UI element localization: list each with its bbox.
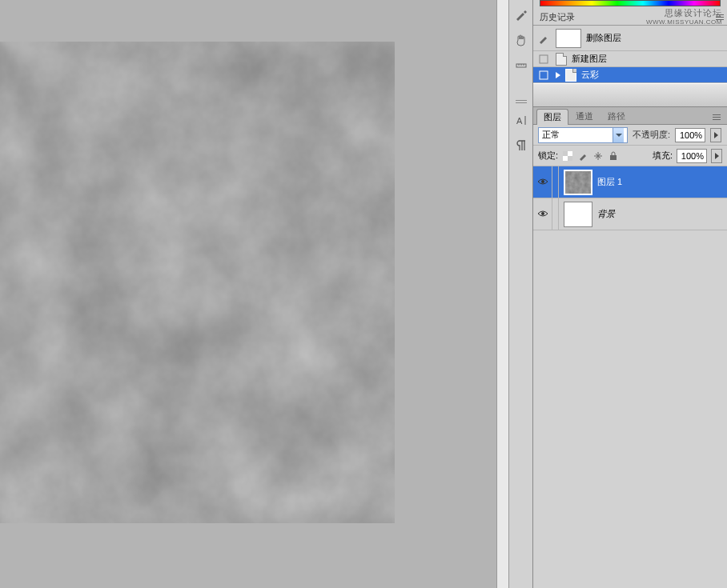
svg-rect-9	[563, 151, 568, 156]
tab-layers[interactable]: 图层	[536, 109, 568, 125]
panel-drag-handle[interactable]	[510, 98, 532, 106]
layer-row-layer1[interactable]: 图层 1	[533, 166, 727, 198]
paragraph-panel-icon[interactable]	[510, 134, 532, 157]
lock-paint-icon[interactable]	[577, 150, 588, 162]
panel-tool-strip: A	[509, 0, 533, 588]
color-spectrum-strip[interactable]	[540, 0, 721, 6]
fill-field[interactable]: 100%	[677, 149, 707, 163]
link-column[interactable]	[552, 166, 559, 198]
history-item-clouds[interactable]: 云彩	[533, 67, 727, 83]
opacity-flyout-icon[interactable]	[710, 128, 721, 142]
right-panels: 思缘设计论坛 WWW.MISSYUAN.COM 历史记录 删除图层 新建图层 云…	[533, 0, 727, 588]
svg-point-14	[541, 180, 544, 183]
document-icon	[565, 69, 576, 82]
history-item-label: 新建图层	[572, 53, 607, 65]
fill-label: 填充:	[653, 150, 673, 162]
eye-icon	[537, 210, 548, 219]
svg-rect-13	[610, 155, 617, 160]
lock-all-icon[interactable]	[608, 150, 619, 162]
svg-rect-15	[565, 170, 591, 193]
triangle-right-icon	[556, 72, 560, 78]
panel-divider[interactable]	[533, 83, 727, 107]
canvas-area	[0, 0, 496, 588]
lock-fill-row: 锁定: 填充: 100%	[533, 146, 727, 166]
tab-channels[interactable]: 通道	[568, 108, 600, 124]
blend-mode-select[interactable]: 正常	[538, 127, 628, 143]
fill-flyout-icon[interactable]	[711, 149, 722, 163]
layer-thumbnail[interactable]	[564, 202, 592, 227]
svg-rect-0	[0, 42, 395, 523]
canvas-clouds-image[interactable]	[0, 42, 395, 523]
history-item-label: 删除图层	[586, 32, 621, 44]
lock-position-icon[interactable]	[592, 150, 604, 162]
opacity-field[interactable]: 100%	[675, 128, 705, 142]
chevron-down-icon	[613, 128, 624, 142]
panel-menu-icon[interactable]	[709, 110, 724, 124]
svg-rect-10	[568, 156, 572, 161]
measure-tool-icon[interactable]	[510, 54, 532, 77]
hand-tool-icon[interactable]	[510, 29, 532, 51]
layer-row-background[interactable]: 背景	[533, 198, 727, 230]
history-item-delete-layer[interactable]: 删除图层	[533, 26, 727, 51]
lock-transparency-icon[interactable]	[562, 150, 573, 162]
watermark-url: WWW.MISSYUAN.COM	[646, 18, 722, 27]
canvas-scrollbar-vertical[interactable]	[496, 0, 509, 588]
svg-text:A: A	[516, 116, 523, 126]
layers-tabs: 图层 通道 路径	[533, 107, 727, 125]
link-column[interactable]	[552, 198, 559, 230]
checkbox-empty-icon	[536, 68, 551, 82]
checkbox-empty-icon	[536, 52, 551, 66]
layer-name[interactable]: 背景	[597, 208, 727, 220]
blend-opacity-row: 正常 不透明度: 100%	[533, 125, 727, 146]
watermark-title: 思缘设计论坛	[646, 8, 722, 18]
brush-icon	[536, 31, 551, 46]
layers-panel: 图层 通道 路径 正常 不透明度: 100% 锁定: 填充: 100%	[533, 107, 727, 588]
svg-rect-8	[540, 71, 548, 79]
history-item-label: 云彩	[581, 69, 599, 81]
svg-rect-12	[563, 156, 568, 161]
color-sampler-icon[interactable]	[510, 3, 532, 26]
document-icon	[556, 53, 567, 66]
history-panel-title: 历史记录	[540, 11, 575, 23]
lock-label: 锁定:	[538, 150, 558, 162]
history-thumb	[556, 29, 581, 48]
opacity-label: 不透明度:	[633, 129, 670, 141]
watermark: 思缘设计论坛 WWW.MISSYUAN.COM	[646, 8, 722, 27]
eye-icon	[537, 178, 548, 187]
history-item-new-layer[interactable]: 新建图层	[533, 51, 727, 67]
layer-thumbnail[interactable]	[564, 170, 592, 195]
character-panel-icon[interactable]: A	[510, 109, 532, 131]
layer-name[interactable]: 图层 1	[597, 176, 727, 188]
tab-paths[interactable]: 路径	[600, 108, 633, 124]
blend-mode-value: 正常	[542, 129, 560, 141]
svg-rect-7	[540, 55, 548, 63]
visibility-toggle[interactable]	[533, 166, 552, 198]
visibility-toggle[interactable]	[533, 198, 552, 230]
svg-point-16	[541, 212, 544, 215]
layers-list: 图层 1 背景	[533, 166, 727, 588]
svg-rect-11	[568, 151, 572, 156]
